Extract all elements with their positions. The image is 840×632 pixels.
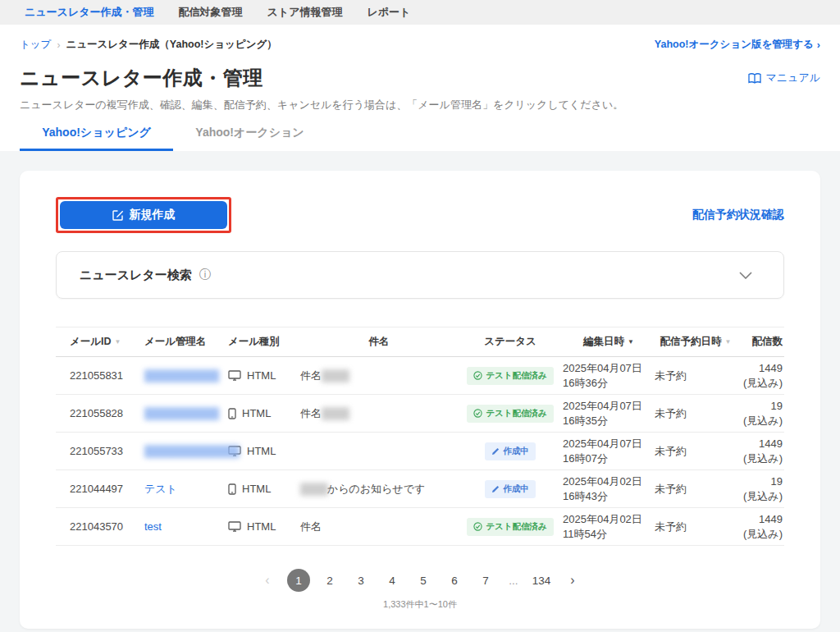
- cell-scheduled: 未予約: [655, 520, 737, 534]
- cell-mail-type: HTML: [228, 483, 300, 495]
- nav-item-report[interactable]: レポート: [367, 5, 410, 20]
- mail-type-label: HTML: [247, 369, 276, 382]
- subject-text: からのお知らせです: [327, 483, 425, 495]
- page-button-7[interactable]: 7: [474, 569, 497, 592]
- tab-yahoo-auction[interactable]: Yahoo!オークション: [173, 126, 326, 151]
- tab-yahoo-shopping[interactable]: Yahoo!ショッピング: [20, 126, 173, 151]
- status-label: 作成中: [503, 483, 529, 495]
- count-note: (見込み): [737, 414, 783, 428]
- newsletter-table: メールID ▼ メール管理名 メール種別 件名 ステータス 編集日時 ▼ 配信予…: [56, 327, 784, 546]
- nav-item-delivery-target[interactable]: 配信対象管理: [179, 5, 243, 20]
- manage-name-link[interactable]: test: [144, 520, 162, 533]
- manual-link-label: マニュアル: [765, 71, 820, 85]
- manage-name-link[interactable]: ███████████: [144, 407, 218, 419]
- header-scheduled-label: 配信予約日時: [660, 335, 722, 349]
- manage-name-link[interactable]: ██████████████: [144, 445, 239, 457]
- pagination-summary: 1,333件中1〜10件: [56, 598, 784, 629]
- page-title: ニュースレター作成・管理: [20, 65, 263, 91]
- manual-link[interactable]: マニュアル: [748, 71, 820, 85]
- header-mail-type-label: メール種別: [228, 335, 280, 349]
- header-count-label: 配信数: [752, 335, 783, 349]
- count-value: 19: [737, 399, 783, 414]
- mail-type-label: HTML: [242, 483, 271, 495]
- cell-subject: 件名: [300, 520, 458, 534]
- count-note: (見込み): [737, 376, 783, 391]
- edit-icon: [112, 209, 124, 221]
- cell-mail-id: 221055828: [56, 407, 144, 419]
- mobile-icon: [228, 408, 236, 419]
- main-card: 新規作成 配信予約状況確認 ニュースレター検索 ⓘ メールID ▼ メール管理名…: [20, 171, 820, 629]
- book-icon: [748, 73, 761, 84]
- table-row: 221055831 ███████████ HTML 件名████ テスト配信済…: [56, 357, 784, 395]
- page-description: ニュースレターの複写作成、確認、編集、配信予約、キャンセルを行う場合は、「メール…: [20, 98, 820, 112]
- table-row: 221055828 ███████████ HTML 件名████ テスト配信済…: [56, 395, 784, 433]
- edited-date: 2025年04月07日: [563, 361, 655, 376]
- chevron-down-icon[interactable]: [739, 272, 752, 279]
- auction-version-link[interactable]: Yahoo!オークション版を管理する ›: [655, 38, 820, 52]
- nav-item-newsletter-manage[interactable]: ニュースレター作成・管理: [25, 5, 154, 20]
- delivery-schedule-status-link[interactable]: 配信予約状況確認: [692, 208, 784, 222]
- page-button-134[interactable]: 134: [530, 569, 553, 592]
- cell-count: 1449 (見込み): [737, 512, 784, 541]
- page-button-6[interactable]: 6: [443, 569, 466, 592]
- status-label: テスト配信済み: [486, 370, 546, 382]
- cell-subject: 件名████: [300, 406, 458, 421]
- top-navigation: ニュースレター作成・管理 配信対象管理 ストア情報管理 レポート: [0, 0, 840, 25]
- cell-mail-id: 221044497: [56, 483, 144, 495]
- cell-scheduled: 未予約: [655, 406, 737, 421]
- cell-scheduled: 未予約: [655, 482, 737, 497]
- header-subject-label: 件名: [369, 335, 390, 349]
- count-value: 19: [737, 474, 783, 489]
- edited-date: 2025年04月02日: [563, 512, 655, 527]
- pagination: ‹ 1 2 3 4 5 6 7 ... 134 ›: [56, 569, 784, 592]
- cell-count: 19 (見込み): [737, 474, 784, 503]
- header-status: ステータス: [458, 335, 563, 349]
- info-icon[interactable]: ⓘ: [199, 268, 211, 282]
- page-button-1[interactable]: 1: [287, 569, 310, 592]
- cell-status: テスト配信済み: [458, 367, 563, 385]
- breadcrumb: トップ › ニュースレター作成（Yahoo!ショッピング）: [20, 38, 277, 52]
- page-button-3[interactable]: 3: [349, 569, 372, 592]
- cell-status: テスト配信済み: [458, 518, 563, 536]
- status-badge: 作成中: [485, 480, 536, 498]
- page-button-2[interactable]: 2: [318, 569, 341, 592]
- header-edited[interactable]: 編集日時 ▼: [563, 335, 655, 349]
- create-new-button[interactable]: 新規作成: [60, 201, 227, 229]
- manage-name-link[interactable]: ███████████: [144, 369, 218, 382]
- mail-type-label: HTML: [247, 445, 276, 457]
- table-row: 221044497 テスト HTML ████からのお知らせです 作成中 202…: [56, 470, 784, 508]
- status-label: 作成中: [503, 446, 529, 457]
- header-mail-id[interactable]: メールID ▼: [56, 335, 144, 349]
- breadcrumb-home-link[interactable]: トップ: [20, 38, 51, 52]
- header-subject: 件名: [300, 335, 458, 349]
- cell-mail-type: HTML: [228, 445, 300, 457]
- manage-name-link[interactable]: テスト: [144, 483, 177, 495]
- count-note: (見込み): [737, 451, 783, 466]
- table-row: 221055733 ██████████████ HTML 作成中 2025年0: [56, 433, 784, 470]
- edited-date: 2025年04月07日: [563, 437, 655, 451]
- newsletter-search-accordion[interactable]: ニュースレター検索 ⓘ: [56, 251, 784, 299]
- annotation-highlight: 新規作成: [56, 197, 231, 233]
- header-scheduled[interactable]: 配信予約日時 ▼: [655, 335, 737, 349]
- next-page-icon[interactable]: ›: [561, 569, 584, 592]
- subject-redacted: ████: [322, 369, 349, 382]
- page-button-4[interactable]: 4: [381, 569, 404, 592]
- cell-count: 1449 (見込み): [737, 361, 784, 390]
- nav-item-store-info[interactable]: ストア情報管理: [267, 5, 343, 20]
- header-count: 配信数: [737, 335, 784, 349]
- mobile-icon: [228, 483, 236, 495]
- header-mail-id-label: メールID: [70, 335, 112, 349]
- edited-time: 16時35分: [563, 414, 655, 428]
- cell-mail-type: HTML: [228, 520, 300, 533]
- cell-count: 1449 (見込み): [737, 437, 784, 465]
- page-button-5[interactable]: 5: [412, 569, 435, 592]
- count-value: 1449: [737, 361, 783, 376]
- sort-icon-active: ▼: [628, 338, 634, 346]
- subject-text: 件名: [300, 520, 322, 533]
- cell-mail-id: 221043570: [56, 520, 144, 533]
- count-note: (見込み): [737, 527, 783, 542]
- mail-type-label: HTML: [242, 407, 271, 419]
- header-edited-label: 編集日時: [583, 335, 624, 349]
- cell-mail-type: HTML: [228, 407, 300, 419]
- desktop-icon: [228, 370, 241, 381]
